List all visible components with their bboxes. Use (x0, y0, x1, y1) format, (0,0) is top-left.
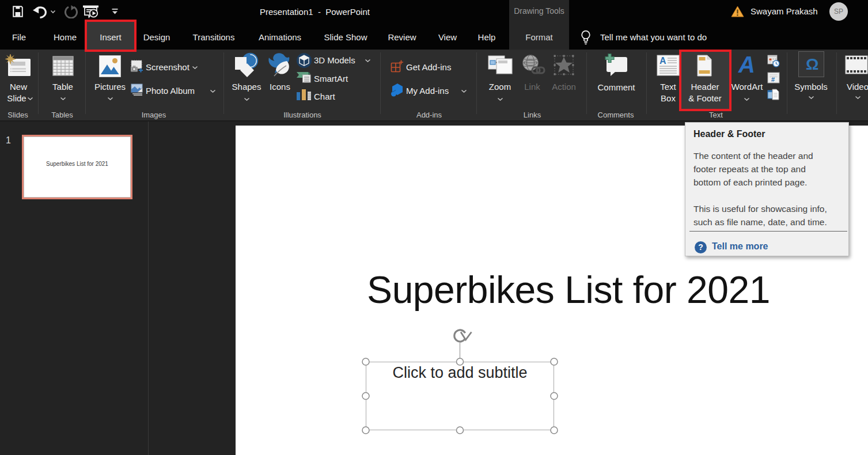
svg-text:A: A (659, 56, 666, 66)
svg-text:A: A (738, 53, 755, 77)
svg-text:Ω: Ω (806, 55, 818, 73)
svg-text:#: # (771, 76, 775, 83)
